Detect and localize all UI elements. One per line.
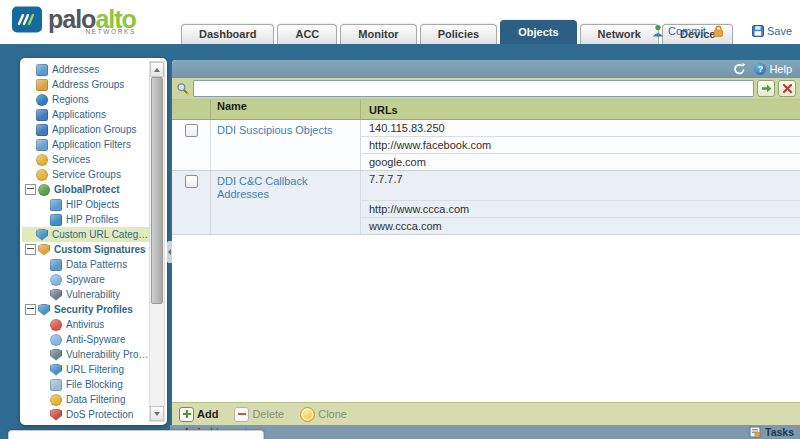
data-patterns-icon bbox=[50, 259, 62, 271]
url-cell: google.com bbox=[361, 154, 800, 170]
sidebar-item-hip-profiles[interactable]: HIP Profiles bbox=[22, 212, 150, 227]
clone-button[interactable]: Clone bbox=[300, 407, 347, 422]
tab-network[interactable]: Network bbox=[580, 24, 659, 44]
red-x-icon bbox=[783, 84, 792, 93]
paloalto-logo-icon bbox=[12, 6, 42, 33]
tasks-icon bbox=[749, 426, 761, 438]
sidebar-scrollbar[interactable] bbox=[149, 61, 165, 422]
sidebar-item-data-filtering[interactable]: Data Filtering bbox=[22, 392, 150, 407]
search-icon bbox=[176, 82, 190, 96]
sidebar-item-application-groups[interactable]: Application Groups bbox=[22, 122, 150, 137]
sidebar-tree: Addresses Address Groups Regions Applica… bbox=[22, 62, 150, 423]
sidebar-item-services[interactable]: Services bbox=[22, 152, 150, 167]
sidebar-item-applications[interactable]: Applications bbox=[22, 107, 150, 122]
file-blocking-icon bbox=[50, 379, 62, 391]
applications-icon bbox=[36, 109, 48, 121]
sidebar-item-vulnerability-protection[interactable]: Vulnerability Protection bbox=[22, 347, 150, 362]
sidebar-item-custom-signatures[interactable]: Custom Signatures bbox=[22, 242, 150, 257]
tab-dashboard[interactable]: Dashboard bbox=[181, 24, 274, 44]
row-checkbox[interactable] bbox=[185, 175, 198, 188]
delete-button[interactable]: Delete bbox=[234, 407, 284, 422]
tab-monitor[interactable]: Monitor bbox=[340, 24, 416, 44]
table-header-row: Name URLs bbox=[172, 100, 800, 120]
status-bar: admin | Logout Tasks bbox=[170, 425, 800, 439]
panel-header-bar: Help bbox=[172, 60, 800, 78]
add-icon bbox=[179, 407, 194, 422]
sidebar-item-data-patterns[interactable]: Data Patterns bbox=[22, 257, 150, 272]
tasks-button[interactable]: Tasks bbox=[749, 426, 794, 438]
scroll-down-icon[interactable] bbox=[150, 406, 164, 421]
custom-signatures-icon bbox=[38, 244, 50, 256]
paloalto-logo: paloalto NETWORKS bbox=[12, 6, 136, 35]
address-groups-icon bbox=[36, 79, 48, 91]
object-name-link[interactable]: DDI C&C Callback Addresses bbox=[217, 174, 360, 201]
url-cell: http://www.facebook.com bbox=[361, 137, 800, 154]
help-button[interactable]: Help bbox=[754, 63, 792, 75]
security-profiles-icon bbox=[38, 304, 50, 316]
search-input[interactable] bbox=[193, 80, 754, 97]
custom-url-category-panel: Help Name URLs DDI Suscipious Object bbox=[172, 60, 800, 425]
spyware-icon bbox=[50, 274, 62, 286]
sidebar-item-antivirus[interactable]: Antivirus bbox=[22, 317, 150, 332]
url-cell: 140.115.83.250 bbox=[361, 120, 800, 137]
sidebar-item-addresses[interactable]: Addresses bbox=[22, 62, 150, 77]
sidebar-item-globalprotect[interactable]: GlobalProtect bbox=[22, 182, 150, 197]
tab-policies[interactable]: Policies bbox=[420, 24, 498, 44]
sidebar-item-service-groups[interactable]: Service Groups bbox=[22, 167, 150, 182]
collapse-toggle-icon[interactable] bbox=[25, 304, 36, 315]
clear-filter-button[interactable] bbox=[778, 80, 796, 97]
sidebar-item-file-blocking[interactable]: File Blocking bbox=[22, 377, 150, 392]
sidebar-item-application-filters[interactable]: Application Filters bbox=[22, 137, 150, 152]
clone-icon bbox=[300, 407, 315, 422]
green-arrow-icon bbox=[761, 84, 772, 93]
hip-profiles-icon bbox=[50, 214, 62, 226]
data-filtering-icon bbox=[50, 394, 62, 406]
sidebar-item-hip-objects[interactable]: HIP Objects bbox=[22, 197, 150, 212]
search-bar bbox=[172, 78, 800, 100]
sidebar-item-custom-url-category[interactable]: Custom URL Category bbox=[22, 227, 150, 242]
url-cell: 7.7.7.7 bbox=[361, 171, 800, 201]
collapse-toggle-icon[interactable] bbox=[25, 244, 36, 255]
row-checkbox[interactable] bbox=[185, 124, 198, 137]
sidebar-item-dos-protection[interactable]: DoS Protection bbox=[22, 407, 150, 422]
scroll-up-icon[interactable] bbox=[150, 62, 164, 77]
refresh-icon[interactable] bbox=[733, 63, 746, 75]
antivirus-icon bbox=[50, 319, 62, 331]
table-toolbar: Add Delete Clone bbox=[172, 402, 800, 425]
select-all-column bbox=[172, 100, 211, 119]
sidebar-item-anti-spyware[interactable]: Anti-Spyware bbox=[22, 332, 150, 347]
lock-icon[interactable] bbox=[713, 25, 724, 37]
header-actions: Commit Save bbox=[651, 24, 792, 37]
save-button[interactable]: Save bbox=[752, 25, 792, 37]
sidebar-item-vulnerability[interactable]: Vulnerability bbox=[22, 287, 150, 302]
column-header-name[interactable]: Name bbox=[211, 100, 361, 119]
url-cell: www.ccca.com bbox=[361, 218, 800, 234]
sidebar-item-spyware[interactable]: Spyware bbox=[22, 272, 150, 287]
scrollbar-thumb[interactable] bbox=[151, 77, 163, 304]
application-filters-icon bbox=[36, 139, 48, 151]
sidebar-item-address-groups[interactable]: Address Groups bbox=[22, 77, 150, 92]
dos-protection-icon bbox=[50, 409, 62, 421]
commit-icon bbox=[651, 24, 665, 37]
service-groups-icon bbox=[36, 169, 48, 181]
sidebar-item-security-profiles[interactable]: Security Profiles bbox=[22, 302, 150, 317]
custom-url-category-icon bbox=[36, 229, 48, 241]
application-groups-icon bbox=[36, 124, 48, 136]
object-name-link[interactable]: DDI Suscipious Objects bbox=[217, 123, 360, 137]
tab-objects[interactable]: Objects bbox=[500, 20, 576, 44]
table-row: DDI Suscipious Objects 140.115.83.250 ht… bbox=[172, 120, 800, 171]
tab-acc[interactable]: ACC bbox=[277, 24, 337, 44]
vulnerability-protection-icon bbox=[50, 349, 62, 361]
save-icon bbox=[752, 25, 764, 37]
apply-filter-button[interactable] bbox=[757, 80, 775, 97]
column-header-urls[interactable]: URLs bbox=[361, 104, 800, 116]
sidebar-item-regions[interactable]: Regions bbox=[22, 92, 150, 107]
commit-button[interactable]: Commit bbox=[651, 24, 706, 37]
addresses-icon bbox=[36, 64, 48, 76]
add-button[interactable]: Add bbox=[179, 407, 218, 422]
app-header: paloalto NETWORKS Dashboard ACC Monitor … bbox=[0, 0, 800, 44]
delete-icon bbox=[234, 407, 249, 422]
sidebar-item-url-filtering[interactable]: URL Filtering bbox=[22, 362, 150, 377]
cropped-popup bbox=[8, 430, 264, 439]
collapse-toggle-icon[interactable] bbox=[25, 184, 36, 195]
